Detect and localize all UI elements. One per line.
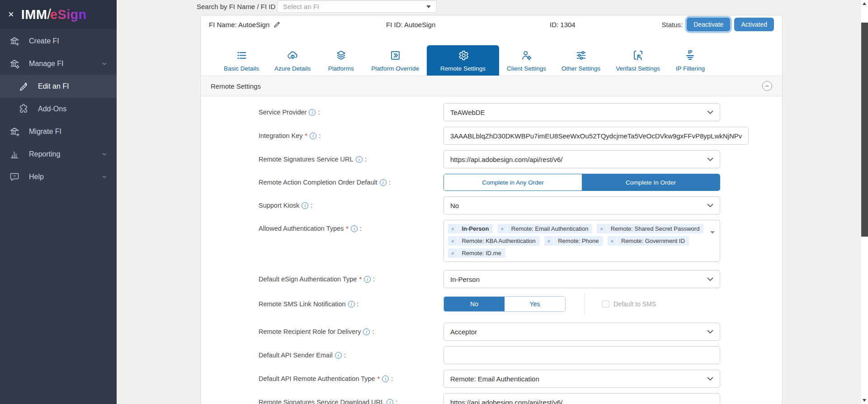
gear-icon — [457, 49, 469, 62]
default-api-remote-auth-select[interactable]: Remote: Email Authentication — [443, 370, 720, 388]
remove-tag-icon[interactable]: × — [448, 224, 458, 233]
settings-tabs: Basic Details Azure Details Platforms Pl… — [216, 45, 782, 76]
remove-tag-icon[interactable]: × — [448, 248, 458, 258]
form-row-api-sender-email: Default API Sender Emaili: — [201, 346, 782, 364]
remote-sms-toggle: No Yes — [443, 296, 566, 312]
remote-signatures-url-select[interactable]: https://api.adobesign.com/api/rest/v6/ — [443, 150, 720, 168]
tab-client-settings[interactable]: Client Settings — [499, 45, 554, 76]
tab-verifast-settings[interactable]: Verifast Settings — [608, 45, 668, 76]
chevron-down-icon — [707, 110, 713, 114]
sidebar-item-label: Edit an FI — [38, 82, 69, 90]
default-esign-auth-select[interactable]: In-Person — [443, 270, 720, 288]
info-icon: i — [380, 179, 387, 186]
search-label: Search by FI Name / FI ID : — [197, 3, 279, 10]
page-scrollbar — [861, 0, 868, 404]
tab-label: Client Settings — [507, 65, 546, 72]
fi-name-text: FI Name: AutoeSign — [209, 21, 269, 29]
status-group: Status: Deactivate Activated — [662, 18, 774, 31]
sidebar-close-icon[interactable]: × — [8, 10, 14, 19]
complete-any-order-option[interactable]: Complete in Any Order — [444, 174, 582, 190]
recipient-role-select[interactable]: Acceptor — [443, 323, 720, 341]
tab-ip-filtering[interactable]: IP IP Filtering — [668, 45, 713, 76]
scroll-up-arrow-icon[interactable] — [863, 2, 866, 5]
field-label: Allowed Authentication Types — [259, 225, 344, 232]
auth-type-tag: ×Remote: KBA Authentication — [448, 236, 540, 246]
svg-text:?: ? — [13, 174, 15, 179]
auth-type-tag: ×Remote: Email Authentication — [497, 224, 592, 233]
download-url-input[interactable]: https://api.adobesign.com/api/rest/v6/ — [443, 393, 720, 404]
remove-tag-icon[interactable]: × — [544, 236, 554, 246]
info-icon: i — [387, 399, 393, 404]
sidebar-nav: Create FI Manage FI Edit an FI Add-Ons — [0, 29, 117, 188]
chevron-down-icon — [707, 204, 713, 208]
sidebar-item-help[interactable]: ? Help — [0, 166, 117, 188]
fi-search-placeholder: Select an FI — [283, 3, 319, 10]
selected-value: https://api.adobesign.com/api/rest/v6/ — [450, 156, 562, 163]
info-icon: i — [363, 328, 370, 335]
help-bubble-icon: ? — [9, 171, 20, 182]
dropdown-caret-icon — [710, 231, 715, 234]
default-to-sms-checkbox[interactable] — [602, 300, 609, 308]
form-row-completion-order: Remote Action Completion Order Defaulti:… — [201, 174, 782, 191]
allowed-auth-types-multiselect[interactable]: ×In-Person ×Remote: Email Authentication… — [443, 220, 720, 262]
top-search-bar: Search by FI Name / FI ID : Select an FI — [117, 0, 861, 14]
fi-info-bar: FI Name: AutoeSign FI ID: AutoeSign ID: … — [201, 15, 782, 33]
input-value: 3AAABLblqZhD30DKWBPu7imEU8SeeWxOu52TQydc… — [450, 132, 742, 140]
collapse-section-button[interactable]: − — [762, 81, 772, 91]
info-icon: i — [351, 225, 358, 232]
complete-in-order-option[interactable]: Complete In Order — [582, 174, 720, 190]
form-row-service-provider: Service Provideri: TeAWebDE — [201, 103, 782, 121]
integration-key-input[interactable]: 3AAABLblqZhD30DKWBPu7imEU8SeeWxOu52TQydc… — [443, 127, 749, 145]
auth-type-tag: ×Remote: Phone — [544, 236, 603, 246]
selected-value: TeAWebDE — [450, 109, 485, 116]
fi-numeric-id: ID: 1304 — [550, 21, 662, 29]
deactivate-button[interactable]: Deactivate — [687, 18, 730, 31]
sms-yes-option[interactable]: Yes — [505, 297, 565, 311]
sidebar-item-create-fi[interactable]: Create FI — [0, 30, 117, 52]
completion-order-toggle: Complete in Any Order Complete In Order — [443, 174, 720, 191]
puzzle-icon — [18, 104, 29, 114]
sidebar-item-label: Manage FI — [29, 60, 63, 68]
pencil-icon — [18, 81, 29, 92]
input-value: https://api.adobesign.com/api/rest/v6/ — [450, 399, 562, 404]
bank-plus-icon — [9, 36, 20, 47]
divider — [585, 294, 585, 314]
tab-basic-details[interactable]: Basic Details — [216, 45, 267, 76]
scrollbar-thumb[interactable] — [861, 23, 868, 237]
auth-type-tag: ×Remote: ID.me — [448, 248, 505, 258]
sms-no-option[interactable]: No — [444, 297, 505, 311]
remote-settings-form: Service Provideri: TeAWebDE Integration … — [201, 96, 782, 404]
tab-platforms[interactable]: Platforms — [318, 45, 363, 76]
sidebar-item-reporting[interactable]: Reporting — [0, 143, 117, 166]
remove-tag-icon[interactable]: × — [497, 224, 507, 233]
fi-search-dropdown[interactable]: Select an FI — [277, 0, 437, 13]
tab-other-settings[interactable]: Other Settings — [554, 45, 608, 76]
support-kiosk-select[interactable]: No — [443, 196, 720, 214]
selected-value: Acceptor — [450, 328, 477, 336]
scroll-down-arrow-icon[interactable] — [863, 399, 866, 402]
tab-azure-details[interactable]: Azure Details — [267, 45, 318, 76]
sidebar-item-manage-fi[interactable]: Manage FI — [0, 52, 117, 75]
remove-tag-icon[interactable]: × — [597, 224, 606, 233]
api-sender-email-input[interactable] — [443, 346, 720, 364]
tab-remote-settings[interactable]: Remote Settings — [427, 45, 499, 76]
fi-detail-card: FI Name: AutoeSign FI ID: AutoeSign ID: … — [200, 15, 783, 404]
remove-tag-icon[interactable]: × — [608, 236, 617, 246]
sidebar-item-add-ons[interactable]: Add-Ons — [0, 98, 117, 120]
info-icon: i — [335, 352, 342, 359]
sidebar-item-migrate-fi[interactable]: Migrate FI — [0, 120, 117, 143]
tab-platform-override[interactable]: Platform Override — [363, 45, 427, 76]
service-provider-select[interactable]: TeAWebDE — [443, 103, 720, 121]
activated-button[interactable]: Activated — [734, 18, 774, 31]
section-title: Remote Settings — [211, 82, 261, 90]
remove-tag-icon[interactable]: × — [448, 236, 458, 246]
edit-fi-name-icon[interactable] — [273, 21, 281, 29]
info-icon: i — [364, 276, 371, 283]
sidebar-item-edit-an-fi[interactable]: Edit an FI — [0, 75, 117, 98]
form-row-default-esign-auth: Default eSign Authentication Type*i: In-… — [201, 270, 782, 288]
status-label: Status: — [662, 21, 683, 29]
form-row-download-url: Remote Signatures Service Download URLi:… — [201, 393, 782, 404]
field-label: Default eSign Authentication Type — [259, 276, 357, 283]
tab-label: Other Settings — [561, 65, 600, 72]
bar-chart-icon — [9, 149, 20, 160]
